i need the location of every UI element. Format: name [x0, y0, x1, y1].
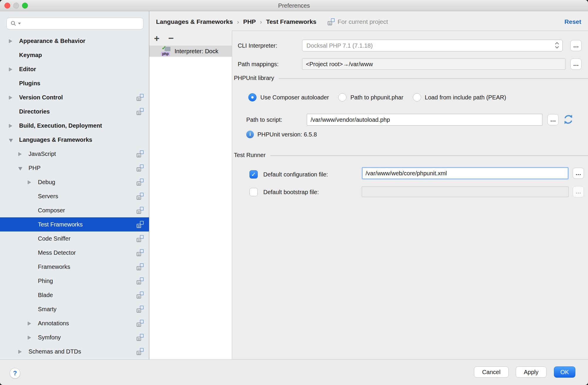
search-input[interactable] [22, 19, 143, 28]
breadcrumb-php[interactable]: PHP [243, 18, 256, 25]
chevron-down-icon[interactable] [18, 167, 22, 171]
phpunit-library-radio-group: Use Composer autoloader Path to phpunit.… [248, 91, 506, 103]
checkmark-icon: ✓ [162, 46, 166, 51]
radio-icon[interactable] [413, 93, 421, 101]
project-scope-icon [137, 207, 144, 214]
phpunit-library-section: PHPUnit library [234, 74, 588, 82]
path-mappings-browse-button[interactable]: … [570, 59, 582, 70]
preferences-window: Preferences Appearance & Behavior Keymap… [0, 0, 588, 385]
project-scope-icon [137, 94, 144, 101]
php-interpreter-icon: ✓ php [161, 46, 172, 56]
chevron-right-icon[interactable] [18, 152, 22, 156]
reset-link[interactable]: Reset [564, 18, 581, 25]
breadcrumb-languages-frameworks[interactable]: Languages & Frameworks [156, 18, 233, 25]
search-options-arrow-icon[interactable] [18, 22, 21, 25]
sidebar-item-keymap[interactable]: Keymap [0, 48, 149, 62]
sidebar-item-php[interactable]: PHP [0, 161, 149, 175]
default-configuration-file-checkbox[interactable]: ✓ [249, 170, 258, 179]
section-title: PHPUnit library [234, 75, 274, 81]
apply-button[interactable]: Apply [516, 366, 547, 378]
chevron-right-icon[interactable] [9, 39, 12, 43]
sidebar-item-label: Plugins [19, 76, 40, 90]
sidebar-item-mess-detector[interactable]: Mess Detector [0, 246, 149, 260]
radio-selected-icon[interactable] [248, 93, 257, 101]
chevron-right-icon[interactable] [9, 67, 12, 71]
sidebar-item-label: Mess Detector [38, 246, 76, 260]
test-runner-section: Test Runner [234, 151, 588, 159]
sidebar-item-label: Version Control [19, 90, 63, 104]
sidebar-item-blade[interactable]: Blade [0, 288, 149, 302]
sidebar-item-smarty[interactable]: Smarty [0, 302, 149, 316]
cli-interpreter-value: Docksal PHP 7.1 (7.1.18) [306, 40, 373, 51]
project-scope-icon [137, 320, 144, 327]
ok-button[interactable]: OK [554, 366, 575, 378]
sidebar-item-test-frameworks[interactable]: Test Frameworks [0, 217, 149, 231]
sidebar-item-label: Servers [38, 189, 58, 203]
path-to-script-browse-button[interactable]: … [547, 114, 559, 125]
sidebar-item-annotations[interactable]: Annotations [0, 316, 149, 330]
radio-load-from-include-path[interactable]: Load from include path (PEAR) [413, 93, 506, 101]
sidebar-item-label: Appearance & Behavior [19, 34, 86, 48]
sidebar-item-plugins[interactable]: Plugins [0, 76, 149, 90]
chevron-right-icon[interactable] [28, 321, 31, 326]
chevron-right-icon[interactable] [28, 180, 31, 184]
radio-use-composer-autoloader[interactable]: Use Composer autoloader [248, 93, 329, 101]
radio-label: Use Composer autoloader [260, 94, 329, 101]
breadcrumb-separator: › [260, 18, 262, 25]
breadcrumb-separator: › [237, 18, 239, 25]
chevron-down-icon[interactable] [9, 139, 13, 142]
cli-interpreter-label: CLI Interpreter: [238, 40, 277, 51]
sidebar-item-debug[interactable]: Debug [0, 175, 149, 189]
sidebar-item-appearance-behavior[interactable]: Appearance & Behavior [0, 34, 149, 48]
sidebar-item-composer[interactable]: Composer [0, 203, 149, 217]
sidebar-item-phing[interactable]: Phing [0, 274, 149, 288]
sidebar-item-label: Blade [38, 288, 53, 302]
remove-button[interactable]: − [168, 34, 174, 43]
stepper-arrows-icon[interactable] [555, 42, 559, 49]
cli-interpreter-select[interactable]: Docksal PHP 7.1 (7.1.18) [302, 40, 563, 51]
sidebar-item-directories[interactable]: Directories [0, 104, 149, 119]
sidebar-item-editor[interactable]: Editor [0, 62, 149, 76]
default-configuration-file-input[interactable] [362, 167, 569, 179]
test-frameworks-form: CLI Interpreter: Docksal PHP 7.1 (7.1.18… [232, 31, 588, 359]
sidebar-item-schemas-and-dtds[interactable]: Schemas and DTDs [0, 344, 149, 359]
help-button[interactable]: ? [10, 368, 20, 379]
sidebar-item-label: Debug [38, 175, 55, 189]
cancel-button[interactable]: Cancel [474, 366, 509, 378]
search-box[interactable] [6, 18, 143, 29]
add-button[interactable]: + [154, 34, 160, 43]
cli-interpreter-browse-button[interactable]: … [570, 40, 582, 51]
sidebar-item-languages-frameworks[interactable]: Languages & Frameworks [0, 133, 149, 147]
reload-phpunit-version-icon[interactable] [562, 114, 574, 125]
sidebar-item-symfony[interactable]: Symfony [0, 330, 149, 344]
sidebar-item-label: Schemas and DTDs [29, 344, 81, 359]
settings-tree: Appearance & Behavior Keymap Editor Plug… [0, 34, 149, 359]
sidebar-item-label: PHP [29, 161, 41, 175]
chevron-right-icon[interactable] [28, 336, 31, 340]
breadcrumb-test-frameworks[interactable]: Test Frameworks [266, 18, 316, 25]
sidebar-item-servers[interactable]: Servers [0, 189, 149, 203]
section-divider [270, 155, 588, 156]
interpreters-panel: + − ✓ php Interpreter: Dock [149, 31, 232, 359]
chevron-right-icon[interactable] [9, 96, 12, 100]
sidebar-item-build-execution-deployment[interactable]: Build, Execution, Deployment [0, 119, 149, 133]
sidebar-item-version-control[interactable]: Version Control [0, 90, 149, 104]
chevron-right-icon[interactable] [18, 350, 22, 354]
chevron-right-icon[interactable] [9, 124, 12, 128]
default-bootstrap-file-checkbox[interactable] [249, 188, 258, 196]
radio-icon[interactable] [338, 93, 346, 101]
default-bootstrap-file-browse-button[interactable]: … [573, 186, 584, 197]
path-mappings-field[interactable]: <Project root>→/var/www [302, 59, 565, 70]
php-badge: php [161, 52, 170, 56]
default-bootstrap-file-input[interactable] [362, 186, 569, 197]
project-scope-icon [328, 18, 335, 25]
sidebar-item-frameworks[interactable]: Frameworks [0, 260, 149, 274]
project-scope-icon [137, 348, 144, 355]
sidebar-item-javascript[interactable]: JavaScript [0, 147, 149, 161]
project-scope-icon [137, 108, 144, 115]
path-to-script-input[interactable] [307, 114, 542, 126]
sidebar-item-code-sniffer[interactable]: Code Sniffer [0, 231, 149, 246]
radio-path-to-phpunit-phar[interactable]: Path to phpunit.phar [338, 93, 403, 101]
interpreter-list-item[interactable]: ✓ php Interpreter: Dock [149, 46, 232, 57]
default-configuration-file-browse-button[interactable]: … [573, 168, 584, 179]
